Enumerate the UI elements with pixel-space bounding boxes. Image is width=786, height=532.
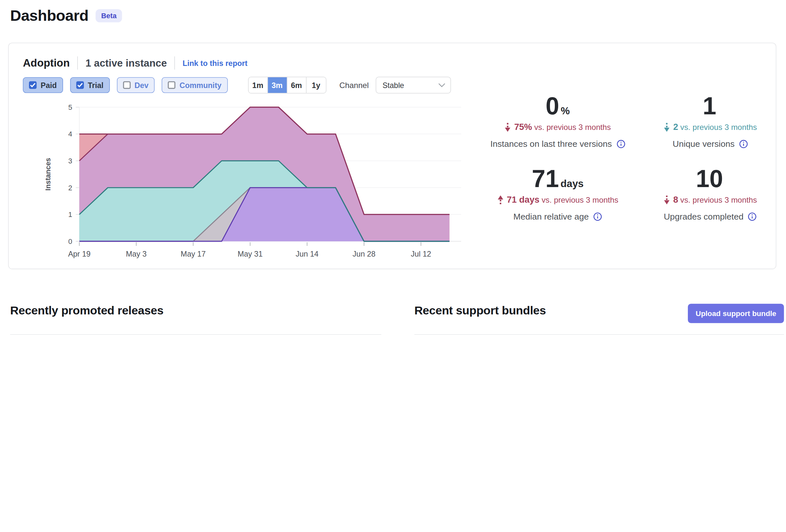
range-button-3m[interactable]: 3m xyxy=(268,77,287,93)
x-tick-label: May 31 xyxy=(238,250,263,258)
stat-delta: 75% vs. previous 3 months xyxy=(481,122,634,132)
time-range-segmented-control: 1m 3m 6m 1y xyxy=(248,77,326,94)
checkbox-icon xyxy=(76,81,84,89)
filter-chip-label: Community xyxy=(180,81,222,90)
stat-delta: 71 days vs. previous 3 months xyxy=(481,195,634,205)
stat-value: 1 xyxy=(634,94,786,118)
x-tick-label: May 3 xyxy=(126,250,146,258)
trend-arrow-icon xyxy=(664,195,670,205)
checkbox-icon xyxy=(168,81,175,89)
adoption-area-chart: 012345Apr 19May 3May 17May 31Jun 14Jun 2… xyxy=(21,100,476,261)
x-tick-label: Jun 28 xyxy=(353,250,375,258)
stat-upgrades-completed: 10 8 vs. previous 3 months Upgrades comp… xyxy=(634,167,786,222)
support-bundles-heading: Recent support bundles xyxy=(414,304,546,317)
info-icon[interactable] xyxy=(593,212,602,221)
channel-label: Channel xyxy=(339,80,369,90)
trend-arrow-icon xyxy=(505,122,511,132)
upload-support-bundle-button[interactable]: Upload support bundle xyxy=(688,304,784,323)
x-tick-label: Jun 14 xyxy=(296,250,318,258)
beta-badge: Beta xyxy=(96,9,122,22)
y-tick-label: 3 xyxy=(68,157,72,165)
info-icon[interactable] xyxy=(739,140,748,148)
stat-value: 10 xyxy=(634,167,786,191)
filter-chip-label: Dev xyxy=(135,81,148,90)
checkbox-icon xyxy=(123,81,130,89)
range-button-1m[interactable]: 1m xyxy=(248,77,268,93)
filter-chip-label: Trial xyxy=(88,81,103,90)
page-header: Dashboard Beta xyxy=(10,7,122,24)
releases-header: Recently promoted releases xyxy=(10,304,381,334)
filter-chip-community[interactable]: Community xyxy=(162,77,228,93)
y-tick-label: 0 xyxy=(68,237,72,245)
filter-chip-dev[interactable]: Dev xyxy=(117,77,155,93)
divider xyxy=(77,56,78,70)
checkbox-icon xyxy=(29,81,37,89)
info-icon[interactable] xyxy=(748,212,757,221)
channel-selected-value: Stable xyxy=(383,81,404,90)
stat-delta: 2 vs. previous 3 months xyxy=(634,122,786,132)
stat-value: 0% xyxy=(481,94,634,118)
y-tick-label: 1 xyxy=(68,211,72,219)
y-tick-label: 4 xyxy=(68,130,72,138)
stat-unique-versions: 1 2 vs. previous 3 months Unique version… xyxy=(634,94,786,149)
release-row[interactable]: Sequence 116 Unstable: 0.4.0-main.444ddf… xyxy=(10,334,381,340)
stat-median-relative-age: 71days 71 days vs. previous 3 months Med… xyxy=(481,167,634,222)
adoption-card: Adoption 1 active instance Link to this … xyxy=(8,43,776,269)
stat-value: 71days xyxy=(481,167,634,191)
stat-delta: 8 vs. previous 3 months xyxy=(634,195,786,205)
filter-chip-paid[interactable]: Paid xyxy=(23,77,63,93)
adoption-filter-row: Paid Trial Dev Community 1m 3m 6m 1y Cha… xyxy=(23,77,451,94)
recently-promoted-releases-section: Recently promoted releases Sequence 116 … xyxy=(10,304,381,340)
x-tick-label: Jul 12 xyxy=(411,250,431,258)
stat-label: Instances on last three versions xyxy=(481,139,634,149)
adoption-stats: 0% 75% vs. previous 3 months Instances o… xyxy=(481,94,786,222)
filter-chip-trial[interactable]: Trial xyxy=(70,77,110,93)
stat-instances-last-three-versions: 0% 75% vs. previous 3 months Instances o… xyxy=(481,94,634,149)
range-button-1y[interactable]: 1y xyxy=(306,77,325,93)
divider xyxy=(175,56,175,70)
y-axis-title: Instances xyxy=(44,158,52,191)
info-icon[interactable] xyxy=(616,140,625,148)
page-title: Dashboard xyxy=(10,7,88,24)
support-bundles-header: Recent support bundles Upload support bu… xyxy=(414,304,784,334)
adoption-title: Adoption xyxy=(23,57,70,69)
y-tick-label: 2 xyxy=(68,184,72,192)
x-tick-label: May 17 xyxy=(181,250,206,258)
adoption-card-header: Adoption 1 active instance Link to this … xyxy=(23,56,247,70)
trend-arrow-icon xyxy=(664,122,670,132)
recent-support-bundles-section: Recent support bundles Upload support bu… xyxy=(414,304,784,340)
filter-chip-label: Paid xyxy=(41,81,57,90)
stat-label: Upgrades completed xyxy=(634,212,786,222)
stat-label: Median relative age xyxy=(481,212,634,222)
support-bundle-row[interactable]: AGF about 2 months ago 7 insights · 1 er… xyxy=(414,334,784,340)
stat-label: Unique versions xyxy=(634,139,786,149)
y-tick-label: 5 xyxy=(68,103,72,112)
link-to-report[interactable]: Link to this report xyxy=(183,59,247,68)
dashboard-page: Dashboard Beta Adoption 1 active instanc… xyxy=(0,0,786,340)
active-instance-count: 1 active instance xyxy=(86,57,167,69)
range-button-6m[interactable]: 6m xyxy=(287,77,306,93)
chevron-down-icon xyxy=(439,83,446,87)
channel-select[interactable]: Stable xyxy=(376,77,451,94)
x-tick-label: Apr 19 xyxy=(68,250,90,258)
trend-arrow-icon xyxy=(497,195,504,205)
releases-heading: Recently promoted releases xyxy=(10,304,163,317)
